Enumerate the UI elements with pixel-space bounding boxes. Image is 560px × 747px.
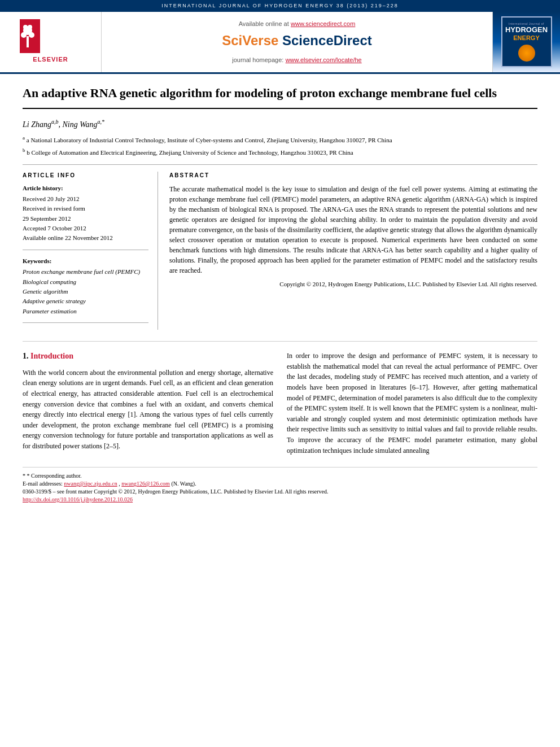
section-title-text: Introduction [30,352,73,360]
svg-rect-0 [27,36,29,47]
jt-circle-icon [518,45,535,62]
revised-date: 29 September 2012 [23,215,148,223]
intro-left-text: With the world concern about the environ… [23,368,273,452]
email-suffix: (N. Wang). [171,480,196,487]
available-text: Available online at [239,20,289,27]
available-date: Available online 22 November 2012 [23,234,148,242]
revised-label: Received in revised form [23,204,148,213]
email-line: E-mail addresses: nwang@iipc.zju.edu.cn … [23,480,537,488]
introduction-section: 1. Introduction With the world concern a… [23,341,537,456]
journal-thumbnail: International Journal of HYDROGEN ENERGY [492,12,560,72]
keywords-label: Keywords: [23,257,148,265]
keywords-section: Keywords: Proton exchange membrane fuel … [23,257,148,316]
divider-bottom-left [23,322,148,323]
intro-two-col: 1. Introduction With the world concern a… [23,351,537,456]
svg-point-2 [21,32,27,38]
svg-point-5 [28,25,32,29]
keyword-2: Biological computing [23,278,148,286]
jt-energy: ENERGY [513,34,539,42]
journal-header-bar: INTERNATIONAL JOURNAL OF HYDROGEN ENERGY… [0,0,560,12]
divider-keywords [23,250,148,250]
sciverse-area: Available online at www.sciencedirect.co… [102,12,492,72]
affil-sup-b: b [23,147,25,153]
affil-sup-a: a [23,135,25,141]
accepted-date: Accepted 7 October 2012 [23,224,148,233]
svg-point-3 [29,32,34,38]
doi-link[interactable]: http://dx.doi.org/10.1016/j.ijhydene.201… [23,496,133,503]
keyword-1: Proton exchange membrane fuel cell (PEMF… [23,268,148,276]
svg-point-4 [23,25,28,29]
logo-white-area [40,19,82,53]
elsevier-label: ELSEVIER [33,55,68,64]
top-banner: ELSEVIER Available online at www.science… [0,12,560,74]
corresponding-label: * Corresponding author. [27,473,82,479]
article-title: An adaptive RNA genetic algorithm for mo… [23,85,537,110]
homepage-url[interactable]: www.elsevier.com/locate/he [286,56,362,63]
section-number: 1. [23,352,29,360]
email-label: E-mail addresses: [23,480,63,487]
corresponding-author-note: * * Corresponding author. [23,472,537,480]
elsevier-logo [20,19,82,53]
intro-right-text: In order to improve the design and perfo… [287,351,537,456]
author-comma: , Ning Wang [58,120,97,129]
authors-line: Li Zhanga,b, Ning Wanga,* [23,118,537,130]
article-info-label: ARTICLE INFO [23,172,148,180]
journal-header-text: INTERNATIONAL JOURNAL OF HYDROGEN ENERGY… [161,3,399,8]
author-sup-ab: a,b [51,119,59,125]
author-li-zhang: Li Zhang [23,120,51,129]
email1[interactable]: nwang@iipc.zju.edu.cn [64,480,117,487]
intro-right: In order to improve the design and perfo… [287,351,537,456]
footer-area: * * Corresponding author. E-mail address… [23,467,537,504]
right-col-abstract: ABSTRACT The accurate mathematical model… [169,172,537,330]
jt-hydrogen: HYDROGEN [505,26,548,34]
intro-left: 1. Introduction With the world concern a… [23,351,273,456]
elsevier-logo-area: ELSEVIER [0,12,102,72]
affiliation-b: b b College of Automation and Electrical… [23,147,537,157]
doi-line: http://dx.doi.org/10.1016/j.ijhydene.201… [23,496,537,504]
homepage-label: journal homepage: [232,56,283,63]
keyword-5: Parameter estimation [23,307,148,316]
intro-title: 1. Introduction [23,351,273,362]
keyword-3: Genetic algorithm [23,287,148,296]
sciverse-logo-text: SciVerse ScienceDirect [222,31,372,50]
star-symbol: * [23,473,27,479]
copyright-text: Copyright © 2012, Hydrogen Energy Public… [169,280,537,289]
affil-a-text: a National Laboratory of Industrial Cont… [27,137,392,143]
available-online-text: Available online at www.sciencedirect.co… [239,19,356,29]
article-meta-section: ARTICLE INFO Article history: Received 2… [23,172,537,330]
sciverse-sci: SciVerse [222,33,282,48]
email2[interactable]: nwang126@126.com [121,480,170,487]
author-sup-a: a,* [98,119,105,125]
affil-b-text: b College of Automation and Electrical E… [27,149,353,156]
main-content: An adaptive RNA genetic algorithm for mo… [0,74,560,516]
abstract-section-label: ABSTRACT [169,172,537,180]
affiliation-a: a a National Laboratory of Industrial Co… [23,134,537,145]
divider-1 [23,164,537,165]
history-label: Article history: [23,184,148,193]
sciverse-sd: ScienceDirect [282,33,372,48]
abstract-text: The accurate mathematical model is the k… [169,184,537,276]
sciverse-url[interactable]: www.sciencedirect.com [291,20,355,27]
keyword-4: Adaptive genetic strategy [23,297,148,305]
issn-line: 0360-3199/$ – see front matter Copyright… [23,488,537,496]
logo-tree-svg [20,19,36,49]
received-date: Received 20 July 2012 [23,195,148,203]
homepage-line: journal homepage: www.elsevier.com/locat… [232,55,362,65]
logo-red-stripe [20,19,40,53]
left-col-info: ARTICLE INFO Article history: Received 2… [23,172,158,330]
journal-thumb-inner: International Journal of HYDROGEN ENERGY [501,16,552,67]
